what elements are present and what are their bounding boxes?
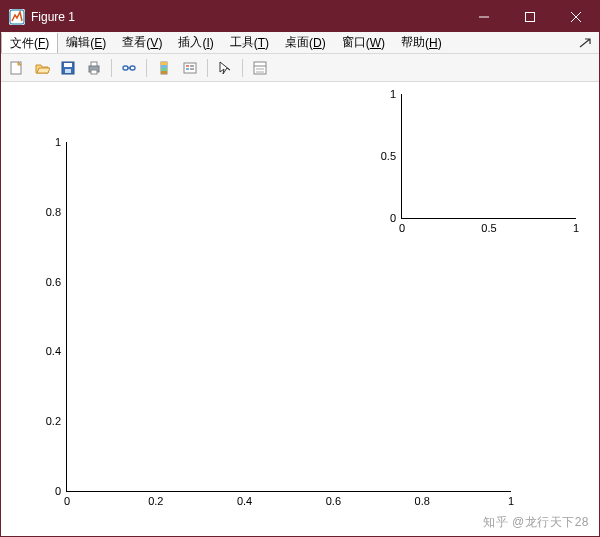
open-button[interactable] — [31, 57, 53, 79]
x-tick-label: 1 — [573, 218, 579, 234]
svg-rect-10 — [65, 69, 71, 73]
svg-rect-22 — [184, 63, 196, 73]
menu-help[interactable]: 帮助(H) — [393, 32, 450, 53]
x-tick-label: 0.5 — [481, 218, 496, 234]
svg-rect-9 — [64, 63, 72, 67]
y-tick-label: 0.5 — [381, 150, 402, 162]
menu-help-label: 帮助 — [401, 34, 425, 51]
x-tick-label: 0.2 — [148, 491, 163, 507]
menu-tools-label: 工具 — [230, 34, 254, 51]
menu-edit-label: 编辑 — [66, 34, 90, 51]
figure-window: Figure 1 文件(F) 编辑(E) 查看(V) 插入(I) 工具(T) 桌… — [0, 0, 600, 537]
menu-edit[interactable]: 编辑(E) — [58, 32, 114, 53]
close-button[interactable] — [553, 1, 599, 32]
svg-rect-3 — [526, 12, 535, 21]
svg-rect-12 — [91, 62, 97, 66]
y-tick-label: 0.2 — [46, 415, 67, 427]
menu-file-label: 文件 — [10, 35, 34, 52]
titlebar[interactable]: Figure 1 — [1, 1, 599, 32]
minimize-button[interactable] — [461, 1, 507, 32]
svg-rect-20 — [161, 68, 167, 71]
y-tick-label: 1 — [55, 136, 67, 148]
inset-axes[interactable]: 00.5100.51 — [401, 94, 576, 219]
y-tick-label: 1 — [390, 88, 402, 100]
menu-view-label: 查看 — [122, 34, 146, 51]
menu-view[interactable]: 查看(V) — [114, 32, 170, 53]
y-tick-label: 0.6 — [46, 276, 67, 288]
save-button[interactable] — [57, 57, 79, 79]
svg-rect-18 — [161, 62, 167, 65]
link-axes-button[interactable] — [118, 57, 140, 79]
y-tick-label: 0.8 — [46, 206, 67, 218]
insert-legend-button[interactable] — [179, 57, 201, 79]
matlab-icon — [9, 9, 25, 25]
svg-rect-19 — [161, 65, 167, 68]
x-tick-label: 0.8 — [415, 491, 430, 507]
svg-rect-13 — [91, 70, 97, 74]
x-tick-label: 0 — [64, 491, 70, 507]
x-tick-label: 0.4 — [237, 491, 252, 507]
property-inspector-button[interactable] — [249, 57, 271, 79]
watermark: 知乎 @龙行天下28 — [483, 514, 589, 531]
x-tick-label: 1 — [508, 491, 514, 507]
toolbar-separator — [207, 59, 208, 77]
menu-window-label: 窗口 — [342, 34, 366, 51]
figure-canvas[interactable]: 00.20.40.60.8100.20.40.60.81 00.5100.51 … — [1, 82, 599, 536]
y-tick-label: 0.4 — [46, 345, 67, 357]
menu-tools[interactable]: 工具(T) — [222, 32, 277, 53]
x-tick-label: 0 — [399, 218, 405, 234]
svg-rect-21 — [161, 71, 167, 74]
undock-button[interactable] — [571, 32, 599, 53]
menu-desktop[interactable]: 桌面(D) — [277, 32, 334, 53]
window-title: Figure 1 — [31, 10, 461, 24]
toolbar-separator — [242, 59, 243, 77]
new-figure-button[interactable] — [5, 57, 27, 79]
maximize-button[interactable] — [507, 1, 553, 32]
insert-colorbar-button[interactable] — [153, 57, 175, 79]
toolbar — [1, 54, 599, 82]
menu-desktop-label: 桌面 — [285, 34, 309, 51]
print-button[interactable] — [83, 57, 105, 79]
x-tick-label: 0.6 — [326, 491, 341, 507]
toolbar-separator — [111, 59, 112, 77]
toolbar-separator — [146, 59, 147, 77]
edit-plot-button[interactable] — [214, 57, 236, 79]
menu-file[interactable]: 文件(F) — [1, 33, 58, 53]
menu-window[interactable]: 窗口(W) — [334, 32, 393, 53]
menubar: 文件(F) 编辑(E) 查看(V) 插入(I) 工具(T) 桌面(D) 窗口(W… — [1, 32, 599, 54]
menu-insert-label: 插入 — [178, 34, 202, 51]
menu-insert[interactable]: 插入(I) — [170, 32, 221, 53]
